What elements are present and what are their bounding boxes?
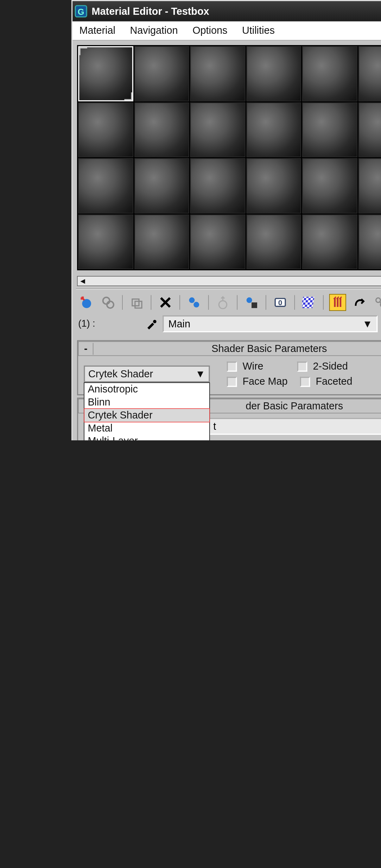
sample-slot[interactable] bbox=[78, 46, 133, 101]
make-copy-button[interactable] bbox=[186, 294, 203, 311]
shader-select[interactable]: Crytek Shader ▼ AnisotropicBlinnCrytek S… bbox=[84, 365, 210, 382]
sample-slot[interactable] bbox=[190, 158, 245, 213]
svg-rect-39 bbox=[252, 302, 257, 308]
rollup-shader-basic: - Shader Basic Parameters Crytek Shader … bbox=[77, 340, 381, 395]
sample-slot[interactable] bbox=[302, 46, 357, 101]
go-parent-button[interactable] bbox=[351, 294, 368, 311]
material-name-combo[interactable]: ▼ bbox=[163, 315, 378, 332]
wire-checkbox[interactable] bbox=[227, 361, 237, 371]
physicalize-combo[interactable]: ▼ bbox=[208, 418, 381, 435]
svg-point-47 bbox=[376, 298, 381, 302]
sample-slot[interactable] bbox=[134, 102, 189, 157]
menubar: Material Navigation Options Utilities bbox=[72, 21, 381, 40]
shader-dropdown-list[interactable]: AnisotropicBlinnCrytek ShaderMetalMulti-… bbox=[84, 382, 210, 440]
two-sided-label: 2-Sided bbox=[313, 360, 348, 372]
sample-slot[interactable] bbox=[246, 158, 301, 213]
sample-slot[interactable] bbox=[358, 102, 381, 157]
sample-slot[interactable] bbox=[358, 46, 381, 101]
svg-rect-46 bbox=[302, 297, 315, 308]
make-unique-button[interactable] bbox=[214, 294, 231, 311]
svg-point-30 bbox=[107, 301, 114, 308]
svg-point-38 bbox=[247, 297, 252, 303]
sample-slot[interactable] bbox=[246, 46, 301, 101]
sample-slot[interactable] bbox=[190, 46, 245, 101]
sample-slot[interactable] bbox=[134, 46, 189, 101]
sample-slot[interactable] bbox=[134, 214, 189, 269]
sample-slot[interactable] bbox=[78, 102, 133, 157]
put-to-library-button[interactable] bbox=[243, 294, 260, 311]
eyedropper-button[interactable] bbox=[145, 317, 158, 331]
sample-slot[interactable] bbox=[190, 214, 245, 269]
physicalize-value[interactable] bbox=[212, 420, 381, 433]
shader-option[interactable]: Crytek Shader bbox=[84, 409, 209, 422]
two-sided-checkbox[interactable] bbox=[297, 361, 307, 371]
sample-slot[interactable] bbox=[302, 158, 357, 213]
rollup-collapse-button[interactable]: - bbox=[79, 343, 94, 355]
get-material-button[interactable] bbox=[78, 294, 95, 311]
sample-slot-area bbox=[72, 40, 381, 275]
svg-text:0: 0 bbox=[278, 298, 282, 307]
scroll-left-icon[interactable]: ◄ bbox=[78, 277, 88, 286]
group-title: Transparency bbox=[266, 440, 329, 440]
assign-to-selection-button[interactable] bbox=[128, 294, 145, 311]
sample-hscrollbar[interactable]: ◄ ► bbox=[77, 276, 381, 286]
faceted-label: Faceted bbox=[316, 376, 352, 388]
svg-point-49 bbox=[153, 320, 157, 323]
sample-slot[interactable] bbox=[358, 158, 381, 213]
chevron-down-icon[interactable]: ▼ bbox=[362, 318, 373, 330]
chevron-down-icon[interactable]: ▼ bbox=[195, 368, 205, 380]
shader-selected-label: Crytek Shader bbox=[88, 368, 153, 380]
titlebar: G Material Editor - Testbox bbox=[72, 1, 381, 21]
svg-point-35 bbox=[189, 297, 195, 303]
shader-option[interactable]: Anisotropic bbox=[84, 383, 209, 396]
face-map-label: Face Map bbox=[242, 376, 287, 388]
go-sibling-button[interactable] bbox=[372, 294, 381, 311]
sample-grid bbox=[77, 45, 381, 270]
sample-slot[interactable] bbox=[302, 214, 357, 269]
menu-utilities[interactable]: Utilities bbox=[242, 25, 275, 37]
menu-navigation[interactable]: Navigation bbox=[130, 25, 178, 37]
shader-option[interactable]: Metal bbox=[84, 422, 209, 435]
show-map-button[interactable] bbox=[300, 294, 317, 311]
shader-option[interactable]: Multi-Layer bbox=[84, 435, 209, 440]
sample-slot[interactable] bbox=[134, 158, 189, 213]
sample-slot[interactable] bbox=[78, 214, 133, 269]
face-map-checkbox[interactable] bbox=[227, 377, 237, 387]
svg-point-36 bbox=[193, 302, 199, 308]
put-to-scene-button[interactable] bbox=[100, 294, 116, 311]
window-title: Material Editor - Testbox bbox=[92, 5, 381, 17]
material-id-button[interactable]: 0 bbox=[272, 294, 289, 311]
faceted-checkbox[interactable] bbox=[300, 377, 310, 387]
sample-slot[interactable] bbox=[302, 102, 357, 157]
slot-index-label: (1) : bbox=[78, 318, 95, 329]
show-end-result-button[interactable] bbox=[329, 294, 346, 311]
sample-slot[interactable] bbox=[190, 102, 245, 157]
eyedropper-icon bbox=[145, 317, 158, 330]
sample-slot[interactable] bbox=[246, 102, 301, 157]
sample-slot[interactable] bbox=[358, 214, 381, 269]
app-icon: G bbox=[75, 5, 87, 17]
svg-point-37 bbox=[219, 301, 227, 308]
shader-option[interactable]: Blinn bbox=[84, 396, 209, 409]
material-name-row: (1) : ▼ Standard bbox=[72, 313, 381, 338]
sample-slot[interactable] bbox=[78, 158, 133, 213]
svg-point-29 bbox=[103, 297, 110, 304]
material-name-input[interactable] bbox=[167, 317, 362, 331]
sample-slot[interactable] bbox=[246, 214, 301, 269]
rollup-title: Shader Basic Parameters bbox=[93, 343, 381, 355]
wire-label: Wire bbox=[242, 360, 263, 372]
main-toolbar: 0 bbox=[72, 292, 381, 313]
menu-material[interactable]: Material bbox=[79, 25, 115, 37]
menu-options[interactable]: Options bbox=[192, 25, 227, 37]
reset-map-button[interactable] bbox=[157, 294, 174, 311]
rollup-header[interactable]: - Shader Basic Parameters bbox=[78, 341, 381, 356]
